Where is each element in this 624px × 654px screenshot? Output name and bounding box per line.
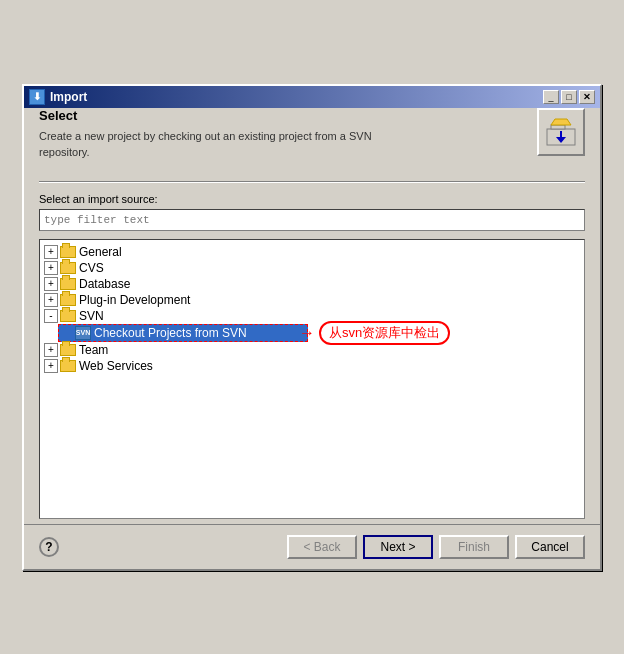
- bottom-buttons-area: ? < Back Next > Finish Cancel: [24, 524, 600, 569]
- tree-item-cvs[interactable]: + CVS: [44, 260, 580, 276]
- folder-icon-general: [60, 246, 76, 258]
- tree-item-database[interactable]: + Database: [44, 276, 580, 292]
- folder-icon-plugin: [60, 294, 76, 306]
- next-button[interactable]: Next >: [363, 535, 433, 559]
- tree-item-general[interactable]: + General: [44, 244, 580, 260]
- window-title: Import: [50, 90, 87, 104]
- description: Create a new project by checking out an …: [39, 128, 537, 161]
- folder-icon-webservices: [60, 360, 76, 372]
- label-general: General: [79, 245, 122, 259]
- minimize-button[interactable]: _: [543, 90, 559, 104]
- title-bar-left: ⬇ Import: [29, 89, 87, 105]
- annotation-text: 从svn资源库中检出: [319, 321, 450, 345]
- import-dialog: ⬇ Import _ □ ✕ Select Create a new proje…: [22, 84, 602, 571]
- tree-item-plugin[interactable]: + Plug-in Development: [44, 292, 580, 308]
- title-buttons: _ □ ✕: [543, 90, 595, 104]
- maximize-button[interactable]: □: [561, 90, 577, 104]
- folder-icon-cvs: [60, 262, 76, 274]
- filter-label: Select an import source:: [39, 193, 585, 205]
- label-svn: SVN: [79, 309, 104, 323]
- tree-item-checkout[interactable]: SVN Checkout Projects from SVN: [58, 324, 308, 342]
- label-cvs: CVS: [79, 261, 104, 275]
- back-button[interactable]: < Back: [287, 535, 357, 559]
- import-icon: [537, 108, 585, 156]
- toggle-cvs[interactable]: +: [44, 261, 58, 275]
- tree-item-webservices[interactable]: + Web Services: [44, 358, 580, 374]
- divider: [39, 181, 585, 183]
- svg-marker-2: [551, 119, 571, 125]
- toggle-plugin[interactable]: +: [44, 293, 58, 307]
- help-area: ?: [39, 537, 59, 557]
- svg-rect-1: [551, 125, 565, 129]
- label-database: Database: [79, 277, 130, 291]
- toggle-general[interactable]: +: [44, 245, 58, 259]
- filter-input[interactable]: [39, 209, 585, 231]
- main-content: Select Create a new project by checking …: [24, 108, 600, 524]
- label-team: Team: [79, 343, 108, 357]
- close-button[interactable]: ✕: [579, 90, 595, 104]
- window-icon: ⬇: [29, 89, 45, 105]
- folder-icon-database: [60, 278, 76, 290]
- section-title: Select: [39, 108, 537, 123]
- header-area: Select Create a new project by checking …: [39, 108, 585, 171]
- help-button[interactable]: ?: [39, 537, 59, 557]
- label-checkout: Checkout Projects from SVN: [94, 326, 247, 340]
- tree-container[interactable]: + General + CVS + Database: [39, 239, 585, 519]
- toggle-webservices[interactable]: +: [44, 359, 58, 373]
- folder-icon-team: [60, 344, 76, 356]
- label-webservices: Web Services: [79, 359, 153, 373]
- arrow-icon: →: [299, 324, 315, 342]
- tree-wrapper: + General + CVS + Database: [39, 239, 585, 519]
- toggle-svn[interactable]: -: [44, 309, 58, 323]
- toggle-database[interactable]: +: [44, 277, 58, 291]
- svn-icon: SVN: [75, 326, 91, 340]
- folder-icon-svn: [60, 310, 76, 322]
- toggle-team[interactable]: +: [44, 343, 58, 357]
- annotation-area: → 从svn资源库中检出: [299, 321, 450, 345]
- label-plugin: Plug-in Development: [79, 293, 190, 307]
- finish-button[interactable]: Finish: [439, 535, 509, 559]
- title-bar: ⬇ Import _ □ ✕: [24, 86, 600, 108]
- header-text: Select Create a new project by checking …: [39, 108, 537, 171]
- checkout-row: SVN Checkout Projects from SVN → 从svn资源库…: [44, 324, 580, 342]
- cancel-button[interactable]: Cancel: [515, 535, 585, 559]
